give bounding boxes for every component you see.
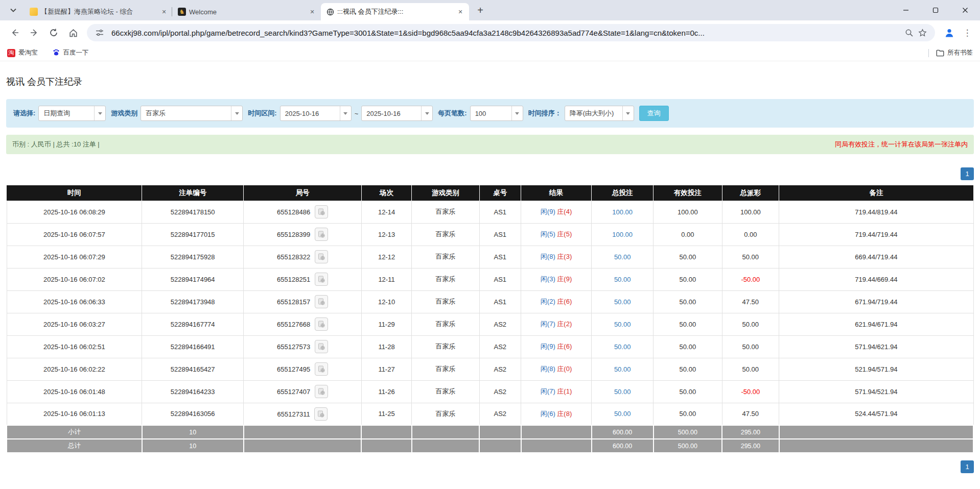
- cell-total-bet: 50.00: [592, 290, 654, 313]
- close-button[interactable]: [950, 0, 980, 20]
- subtotal-label: 小计: [7, 425, 142, 439]
- tab-bet-records[interactable]: :::视讯 会员下注纪录::: ✕: [321, 3, 469, 20]
- date-to-select[interactable]: 2025-10-16: [361, 106, 433, 121]
- column-header: 总派彩: [722, 185, 779, 201]
- video-replay-button[interactable]: [315, 362, 328, 376]
- forward-button[interactable]: [26, 24, 43, 41]
- cell-time: 2025-10-16 06:03:27: [7, 313, 142, 335]
- bookmark-baidu[interactable]: 百度一下: [52, 48, 89, 58]
- chevron-down-icon[interactable]: [340, 106, 351, 120]
- chevron-down-icon[interactable]: [622, 106, 634, 120]
- total-label: 总计: [7, 439, 142, 453]
- url-bar[interactable]: 66cxkj98.com/ipl/portal.php/game/betreco…: [87, 24, 935, 41]
- site-settings-tune-icon[interactable]: [93, 26, 106, 39]
- cell-remark: 719.44/719.44: [779, 223, 973, 246]
- pagination-page-1[interactable]: 1: [961, 167, 974, 180]
- all-bookmarks[interactable]: 所有书签: [928, 48, 973, 57]
- subtotal-valid-bet: 500.00: [654, 425, 722, 439]
- home-button[interactable]: [64, 24, 82, 41]
- cell-bet-id: 522894167774: [142, 313, 244, 335]
- tab-search-button[interactable]: [6, 3, 20, 17]
- cell-game-type: 百家乐: [412, 268, 479, 290]
- table-row: 2025-10-16 06:03:27 522894167774 6551276…: [7, 313, 973, 335]
- folder-icon: [936, 50, 944, 57]
- tab-forum[interactable]: 【新提醒】海燕策略论坛 - 综合 ✕: [25, 3, 173, 20]
- total-bet-link[interactable]: 50.00: [614, 253, 631, 261]
- cell-bet-id: 522894175928: [142, 246, 244, 268]
- video-replay-button[interactable]: [314, 407, 328, 421]
- table-row: 2025-10-16 06:06:33 522894173948 6551281…: [7, 290, 973, 313]
- date-from-select[interactable]: 2025-10-16: [280, 106, 352, 121]
- cell-game-type: 百家乐: [412, 313, 479, 335]
- tab-close-icon[interactable]: ✕: [308, 7, 317, 16]
- chevron-down-icon[interactable]: [511, 106, 523, 120]
- cell-bet-id: 522894174964: [142, 268, 244, 290]
- cell-table-no: AS2: [479, 313, 521, 335]
- chevron-down-icon[interactable]: [94, 106, 105, 120]
- zoom-icon[interactable]: [902, 26, 916, 39]
- minimize-button[interactable]: [891, 0, 921, 20]
- bookmark-aitaobao[interactable]: 淘 爱淘宝: [7, 48, 38, 57]
- cell-game-type: 百家乐: [412, 201, 479, 223]
- total-row: 总计 10 600.00 500.00 295.00: [7, 439, 973, 453]
- total-bet-link[interactable]: 50.00: [614, 410, 631, 418]
- reload-button[interactable]: [45, 24, 62, 41]
- total-bet-link[interactable]: 50.00: [614, 321, 631, 328]
- sort-select[interactable]: 降幂(由大到小): [565, 106, 634, 121]
- result-banker: 庄(1): [557, 387, 572, 395]
- cell-valid-bet: 50.00: [654, 313, 722, 335]
- video-replay-button[interactable]: [315, 273, 328, 286]
- browser-menu-icon[interactable]: ⋮: [960, 25, 975, 40]
- maximize-button[interactable]: [921, 0, 950, 20]
- baidu-paw-icon: [52, 48, 60, 58]
- tab-title: :::视讯 会员下注纪录:::: [337, 7, 453, 16]
- cell-total-bet: 50.00: [592, 403, 654, 425]
- cell-session: 12-11: [361, 268, 411, 290]
- table-header-row: 时间注单编号局号场次游戏类别桌号结果总投注有效投注总派彩备注: [7, 185, 973, 201]
- total-bet-link[interactable]: 50.00: [614, 343, 631, 351]
- note-text: 同局有效投注，统一计算在该局第一张注单内: [835, 140, 968, 149]
- profile-avatar-icon[interactable]: [941, 25, 958, 41]
- video-replay-button[interactable]: [315, 340, 328, 353]
- back-button[interactable]: [6, 24, 24, 41]
- video-replay-button[interactable]: [315, 295, 328, 308]
- currency-total-text: 币别 : 人民币 | 总共 :10 注单 |: [12, 140, 100, 149]
- search-button[interactable]: 查询: [639, 106, 669, 121]
- cell-result: 闲(3) 庄(9): [521, 268, 592, 290]
- query-type-select[interactable]: 日期查询: [38, 106, 106, 121]
- tab-close-icon[interactable]: ✕: [159, 7, 169, 16]
- total-bet-link[interactable]: 100.00: [612, 208, 633, 216]
- video-replay-button[interactable]: [315, 385, 328, 398]
- total-valid-bet: 500.00: [654, 439, 722, 453]
- total-bet-link[interactable]: 50.00: [614, 388, 631, 396]
- cell-total-bet: 100.00: [592, 201, 654, 223]
- video-replay-button[interactable]: [315, 317, 328, 331]
- game-type-select[interactable]: 百家乐: [141, 106, 243, 121]
- date-range-label: 时间区间:: [248, 109, 276, 118]
- cell-table-no: AS2: [479, 335, 521, 358]
- round-id-text: 655128251: [277, 276, 310, 283]
- total-bet-link[interactable]: 100.00: [612, 231, 633, 238]
- video-replay-button[interactable]: [315, 250, 328, 263]
- chevron-down-icon[interactable]: [421, 106, 432, 120]
- pagination-page-1[interactable]: 1: [961, 460, 974, 473]
- bookmark-star-icon[interactable]: [916, 26, 929, 39]
- cell-total-bet: 50.00: [592, 335, 654, 358]
- video-replay-button[interactable]: [315, 205, 328, 218]
- chevron-down-icon[interactable]: [231, 106, 242, 120]
- cell-valid-bet: 100.00: [654, 201, 722, 223]
- cell-game-type: 百家乐: [412, 403, 479, 425]
- bookmark-label: 爱淘宝: [18, 48, 38, 57]
- total-bet-link[interactable]: 50.00: [614, 298, 631, 306]
- page-size-select[interactable]: 100: [470, 106, 523, 121]
- total-bet-link[interactable]: 50.00: [614, 365, 631, 373]
- tab-welcome[interactable]: ♞ Welcome ✕: [173, 3, 321, 20]
- date-to-value: 2025-10-16: [362, 106, 421, 120]
- filter-panel: 请选择: 日期查询 游戏类别 百家乐 时间区间: 2025-10-16 ~ 20…: [6, 99, 974, 128]
- tab-close-icon[interactable]: ✕: [456, 7, 465, 16]
- new-tab-button[interactable]: +: [473, 3, 487, 17]
- column-header: 备注: [779, 185, 973, 201]
- subtotal-total-bet: 600.00: [592, 425, 654, 439]
- total-bet-link[interactable]: 50.00: [614, 276, 631, 283]
- video-replay-button[interactable]: [315, 228, 328, 241]
